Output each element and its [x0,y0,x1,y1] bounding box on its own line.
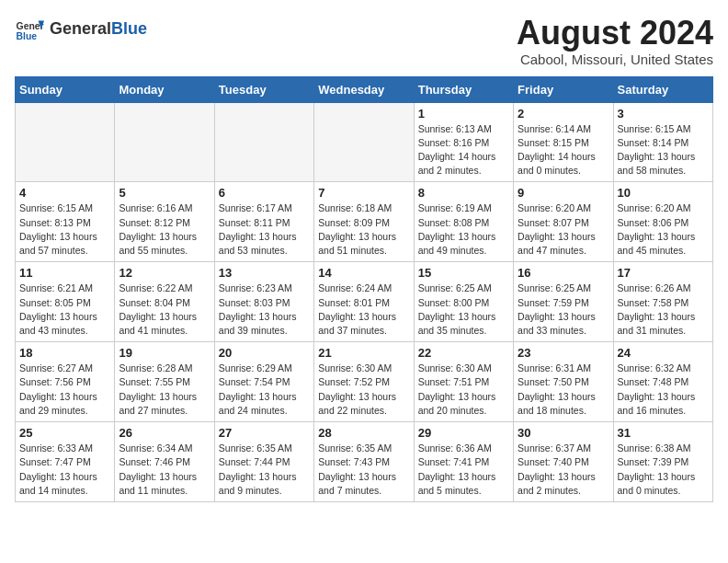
cell-info-text: Sunrise: 6:27 AM Sunset: 7:56 PM Dayligh… [19,362,110,418]
calendar-cell: 2Sunrise: 6:14 AM Sunset: 8:15 PM Daylig… [514,102,613,182]
cell-day-number: 29 [418,426,509,440]
calendar-cell: 1Sunrise: 6:13 AM Sunset: 8:16 PM Daylig… [414,102,513,182]
cell-info-text: Sunrise: 6:20 AM Sunset: 8:06 PM Dayligh… [618,201,709,258]
cell-info-text: Sunrise: 6:35 AM Sunset: 7:43 PM Dayligh… [318,442,409,498]
calendar-cell: 8Sunrise: 6:19 AM Sunset: 8:08 PM Daylig… [414,182,513,262]
cell-day-number: 30 [518,426,609,440]
location-title: Cabool, Missouri, United States [517,52,713,67]
weekday-header: Tuesday [214,76,313,102]
cell-day-number: 13 [219,266,310,280]
cell-day-number: 15 [418,266,509,280]
cell-info-text: Sunrise: 6:25 AM Sunset: 8:00 PM Dayligh… [418,282,509,338]
cell-info-text: Sunrise: 6:30 AM Sunset: 7:51 PM Dayligh… [418,362,509,418]
calendar-cell: 16Sunrise: 6:25 AM Sunset: 7:59 PM Dayli… [514,262,613,342]
logo: General Blue GeneralBlue [15,15,147,44]
cell-day-number: 12 [119,266,210,280]
cell-info-text: Sunrise: 6:20 AM Sunset: 8:07 PM Dayligh… [518,201,609,258]
cell-day-number: 17 [618,266,709,280]
calendar-cell: 14Sunrise: 6:24 AM Sunset: 8:01 PM Dayli… [314,262,414,342]
cell-day-number: 19 [119,346,210,360]
cell-day-number: 16 [518,266,609,280]
calendar-cell: 22Sunrise: 6:30 AM Sunset: 7:51 PM Dayli… [414,342,513,422]
calendar-cell: 6Sunrise: 6:17 AM Sunset: 8:11 PM Daylig… [214,182,313,262]
calendar-week-row: 18Sunrise: 6:27 AM Sunset: 7:56 PM Dayli… [16,342,713,422]
cell-day-number: 21 [318,346,409,360]
calendar-cell [115,102,214,182]
cell-info-text: Sunrise: 6:24 AM Sunset: 8:01 PM Dayligh… [318,282,409,338]
calendar-cell: 19Sunrise: 6:28 AM Sunset: 7:55 PM Dayli… [115,342,214,422]
cell-day-number: 2 [518,107,609,121]
cell-info-text: Sunrise: 6:15 AM Sunset: 8:14 PM Dayligh… [618,122,709,178]
calendar-cell: 12Sunrise: 6:22 AM Sunset: 8:04 PM Dayli… [115,262,214,342]
calendar-cell: 21Sunrise: 6:30 AM Sunset: 7:52 PM Dayli… [314,342,414,422]
weekday-header: Saturday [613,76,712,102]
weekday-header: Monday [115,76,214,102]
calendar: SundayMondayTuesdayWednesdayThursdayFrid… [15,76,713,502]
calendar-cell: 28Sunrise: 6:35 AM Sunset: 7:43 PM Dayli… [314,422,414,502]
cell-info-text: Sunrise: 6:25 AM Sunset: 7:59 PM Dayligh… [518,282,609,338]
calendar-cell: 5Sunrise: 6:16 AM Sunset: 8:12 PM Daylig… [115,182,214,262]
cell-day-number: 22 [418,346,509,360]
svg-text:Blue: Blue [17,31,38,41]
cell-info-text: Sunrise: 6:22 AM Sunset: 8:04 PM Dayligh… [119,282,210,338]
cell-day-number: 10 [618,186,709,200]
cell-day-number: 31 [618,426,709,440]
cell-info-text: Sunrise: 6:28 AM Sunset: 7:55 PM Dayligh… [119,362,210,418]
cell-day-number: 4 [19,186,110,200]
calendar-cell: 29Sunrise: 6:36 AM Sunset: 7:41 PM Dayli… [414,422,513,502]
weekday-header: Friday [514,76,613,102]
cell-day-number: 5 [119,186,210,200]
calendar-cell: 25Sunrise: 6:33 AM Sunset: 7:47 PM Dayli… [16,422,115,502]
cell-info-text: Sunrise: 6:18 AM Sunset: 8:09 PM Dayligh… [318,201,409,258]
cell-day-number: 28 [318,426,409,440]
cell-info-text: Sunrise: 6:31 AM Sunset: 7:50 PM Dayligh… [518,362,609,418]
cell-info-text: Sunrise: 6:35 AM Sunset: 7:44 PM Dayligh… [219,442,310,498]
calendar-cell: 30Sunrise: 6:37 AM Sunset: 7:40 PM Dayli… [514,422,613,502]
cell-info-text: Sunrise: 6:29 AM Sunset: 7:54 PM Dayligh… [219,362,310,418]
calendar-cell: 23Sunrise: 6:31 AM Sunset: 7:50 PM Dayli… [514,342,613,422]
cell-day-number: 25 [19,426,110,440]
cell-info-text: Sunrise: 6:19 AM Sunset: 8:08 PM Dayligh… [418,201,509,258]
calendar-week-row: 1Sunrise: 6:13 AM Sunset: 8:16 PM Daylig… [16,102,713,182]
calendar-cell [314,102,414,182]
cell-info-text: Sunrise: 6:37 AM Sunset: 7:40 PM Dayligh… [518,442,609,498]
calendar-cell: 15Sunrise: 6:25 AM Sunset: 8:00 PM Dayli… [414,262,513,342]
title-area: August 2024 Cabool, Missouri, United Sta… [517,15,713,67]
calendar-cell: 27Sunrise: 6:35 AM Sunset: 7:44 PM Dayli… [214,422,313,502]
calendar-cell [16,102,115,182]
cell-info-text: Sunrise: 6:23 AM Sunset: 8:03 PM Dayligh… [219,282,310,338]
cell-day-number: 11 [19,266,110,280]
cell-day-number: 9 [518,186,609,200]
cell-day-number: 1 [418,107,509,121]
cell-info-text: Sunrise: 6:36 AM Sunset: 7:41 PM Dayligh… [418,442,509,498]
cell-day-number: 6 [219,186,310,200]
calendar-cell: 4Sunrise: 6:15 AM Sunset: 8:13 PM Daylig… [16,182,115,262]
cell-info-text: Sunrise: 6:17 AM Sunset: 8:11 PM Dayligh… [219,201,310,258]
calendar-cell: 31Sunrise: 6:38 AM Sunset: 7:39 PM Dayli… [613,422,712,502]
cell-day-number: 18 [19,346,110,360]
calendar-cell: 26Sunrise: 6:34 AM Sunset: 7:46 PM Dayli… [115,422,214,502]
cell-day-number: 8 [418,186,509,200]
cell-info-text: Sunrise: 6:15 AM Sunset: 8:13 PM Dayligh… [19,201,110,258]
month-title: August 2024 [517,15,713,52]
cell-info-text: Sunrise: 6:38 AM Sunset: 7:39 PM Dayligh… [618,442,709,498]
weekday-header: Wednesday [314,76,414,102]
cell-day-number: 3 [618,107,709,121]
cell-day-number: 23 [518,346,609,360]
calendar-cell: 13Sunrise: 6:23 AM Sunset: 8:03 PM Dayli… [214,262,313,342]
header: General Blue GeneralBlue August 2024 Cab… [15,15,713,67]
logo-general-text: General [50,19,111,38]
cell-info-text: Sunrise: 6:34 AM Sunset: 7:46 PM Dayligh… [119,442,210,498]
weekday-header: Sunday [16,76,115,102]
calendar-cell: 3Sunrise: 6:15 AM Sunset: 8:14 PM Daylig… [613,102,712,182]
calendar-cell: 18Sunrise: 6:27 AM Sunset: 7:56 PM Dayli… [16,342,115,422]
calendar-cell: 20Sunrise: 6:29 AM Sunset: 7:54 PM Dayli… [214,342,313,422]
calendar-cell: 10Sunrise: 6:20 AM Sunset: 8:06 PM Dayli… [613,182,712,262]
cell-day-number: 20 [219,346,310,360]
calendar-cell: 7Sunrise: 6:18 AM Sunset: 8:09 PM Daylig… [314,182,414,262]
cell-day-number: 26 [119,426,210,440]
calendar-week-row: 4Sunrise: 6:15 AM Sunset: 8:13 PM Daylig… [16,182,713,262]
calendar-cell: 24Sunrise: 6:32 AM Sunset: 7:48 PM Dayli… [613,342,712,422]
calendar-week-row: 11Sunrise: 6:21 AM Sunset: 8:05 PM Dayli… [16,262,713,342]
cell-info-text: Sunrise: 6:30 AM Sunset: 7:52 PM Dayligh… [318,362,409,418]
